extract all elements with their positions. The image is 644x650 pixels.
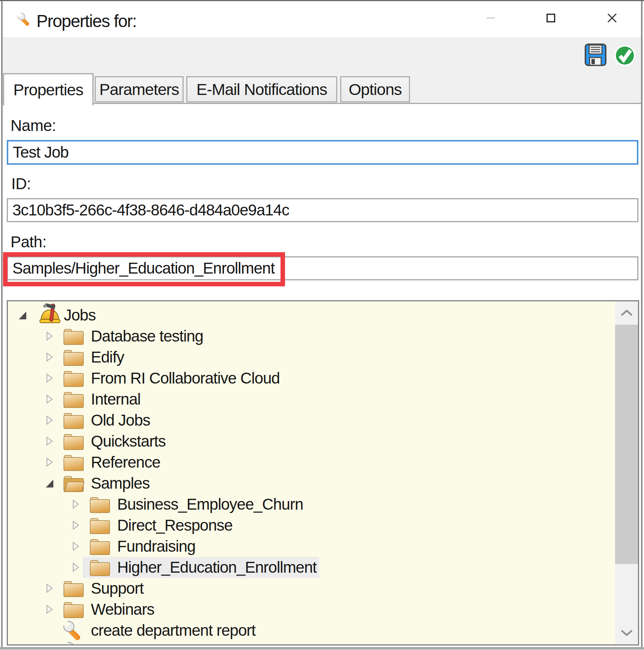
expander-collapsed-icon[interactable] <box>45 331 54 343</box>
tree-item-label: Internal <box>91 389 140 410</box>
wrench-icon <box>62 640 85 644</box>
tree-scrollbar[interactable] <box>615 301 638 644</box>
expander-collapsed-icon[interactable] <box>45 352 54 364</box>
expander-collapsed-icon[interactable] <box>45 604 54 616</box>
window-border-left <box>1 1 3 647</box>
expander-collapsed-icon[interactable] <box>45 457 54 469</box>
tree-item-label: Samples <box>91 473 149 494</box>
expander-collapsed-icon[interactable] <box>45 583 54 595</box>
name-label: Name: <box>11 117 56 134</box>
tree-item-direct-response[interactable]: Direct_Response <box>8 515 615 536</box>
tree-item-webinars[interactable]: Webinars <box>8 599 615 620</box>
tree-item-label: Database testing <box>91 326 203 347</box>
properties-dialog: Properties for: PropertiesParametersE <box>0 0 644 650</box>
chevron-up-icon <box>620 310 633 316</box>
tree-item-business-employee-churn[interactable]: Business_Employee_Churn <box>8 494 615 515</box>
id-input[interactable]: 3c10b3f5-266c-4f38-8646-d484a0e9a14c <box>7 198 638 222</box>
expander-collapsed-icon[interactable] <box>45 415 54 427</box>
tree-item-label: Direct_Response <box>117 515 232 536</box>
tab-options[interactable]: Options <box>340 76 410 102</box>
path-label: Path: <box>11 233 47 251</box>
tree-item-database-testing[interactable]: Database testing <box>8 326 615 347</box>
tree-item-label: Business_Employee_Churn <box>117 494 303 515</box>
tree-item-label: Support <box>91 578 143 599</box>
folder-icon <box>89 559 110 578</box>
folder-icon <box>63 433 84 452</box>
folder-icon <box>89 496 110 515</box>
tree-item-samples[interactable]: Samples <box>8 473 615 494</box>
expander-collapsed-icon[interactable] <box>45 436 54 448</box>
maximize-button[interactable] <box>540 5 562 31</box>
window-border-top <box>0 0 644 1</box>
scrollbar-thumb[interactable] <box>615 325 638 564</box>
folder-icon <box>63 412 84 431</box>
tree-item-partial[interactable] <box>8 641 615 644</box>
maximize-icon <box>546 14 555 23</box>
tab-properties[interactable]: Properties <box>3 73 94 105</box>
tab-label: Properties <box>14 81 83 99</box>
name-input[interactable]: Test Job <box>7 140 638 165</box>
expander-collapsed-icon[interactable] <box>71 499 80 511</box>
tree-item-edify[interactable]: Edify <box>8 347 615 368</box>
folder-icon <box>89 517 110 536</box>
minimize-button[interactable] <box>480 5 502 31</box>
tree-item-fundraising[interactable]: Fundraising <box>8 536 615 557</box>
expander-expanded-icon[interactable] <box>45 478 55 490</box>
save-floppy-icon <box>584 43 607 66</box>
path-highlight-annotation <box>3 252 285 286</box>
tree-item-jobs[interactable]: Jobs <box>8 305 615 326</box>
tree-item-label: Webinars <box>91 599 154 620</box>
tree-item-label: From RI Collaborative Cloud <box>91 368 280 389</box>
folder-icon <box>63 391 84 410</box>
tree-item-label: Fundraising <box>117 536 195 557</box>
expander-collapsed-icon[interactable] <box>45 394 54 406</box>
id-value: 3c10b3f5-266c-4f38-8646-d484a0e9a14c <box>12 201 289 219</box>
scroll-down-button[interactable] <box>615 621 638 644</box>
expander-collapsed-icon[interactable] <box>71 520 80 532</box>
folder-icon <box>63 601 84 620</box>
tree-item-from-ri-collaborative-cloud[interactable]: From RI Collaborative Cloud <box>8 368 615 389</box>
window-title: Properties for: <box>36 12 136 30</box>
expander-expanded-icon[interactable] <box>18 310 28 322</box>
tree-item-reference[interactable]: Reference <box>8 452 615 473</box>
tree-item-label: Quickstarts <box>91 431 166 452</box>
tab-label: Options <box>348 80 401 99</box>
expander-collapsed-icon[interactable] <box>45 373 54 385</box>
tree-item-quickstarts[interactable]: Quickstarts <box>8 431 615 452</box>
folder-icon <box>89 538 110 557</box>
name-value: Test Job <box>13 143 68 161</box>
tree-item-internal[interactable]: Internal <box>8 389 615 410</box>
tree-item-label: Higher_Education_Enrollment <box>117 557 317 578</box>
folder-icon <box>63 454 84 473</box>
folder-tree: JobsDatabase testingEdifyFrom RI Collabo… <box>7 300 639 645</box>
save-button[interactable] <box>584 43 607 66</box>
tree-item-higher-education-enrollment[interactable]: Higher_Education_Enrollment <box>8 557 615 578</box>
tree-item-old-jobs[interactable]: Old Jobs <box>8 410 615 431</box>
folder-open-icon <box>63 475 85 494</box>
expander-collapsed-icon[interactable] <box>71 541 80 553</box>
tab-parameters[interactable]: Parameters <box>95 76 184 102</box>
folder-icon <box>63 370 84 389</box>
title-bar: Properties for: <box>3 1 641 37</box>
tree-item-support[interactable]: Support <box>8 578 615 599</box>
tree-item-label: Old Jobs <box>91 410 150 431</box>
close-button[interactable] <box>601 5 623 31</box>
wrench-title-icon <box>17 12 32 27</box>
folder-icon <box>63 580 84 599</box>
tab-e-mail-notifications[interactable]: E-Mail Notifications <box>186 76 337 102</box>
minimize-icon <box>486 17 495 19</box>
tab-label: E-Mail Notifications <box>196 80 327 99</box>
tab-label: Parameters <box>99 80 179 99</box>
tree-item-create-department-report[interactable]: create department report <box>8 620 615 641</box>
tree-item-label: Reference <box>91 452 160 473</box>
tree-item-label: Jobs <box>64 305 96 326</box>
hardhat-icon <box>39 302 61 327</box>
tree-item-label: Edify <box>91 347 124 368</box>
id-label: ID: <box>11 175 31 193</box>
close-icon <box>607 13 617 23</box>
window-border-bottom <box>0 647 644 650</box>
scroll-up-button[interactable] <box>615 301 638 325</box>
expander-collapsed-icon[interactable] <box>71 562 80 574</box>
tree-item-label: create department report <box>91 620 255 641</box>
confirm-button[interactable] <box>614 45 636 66</box>
